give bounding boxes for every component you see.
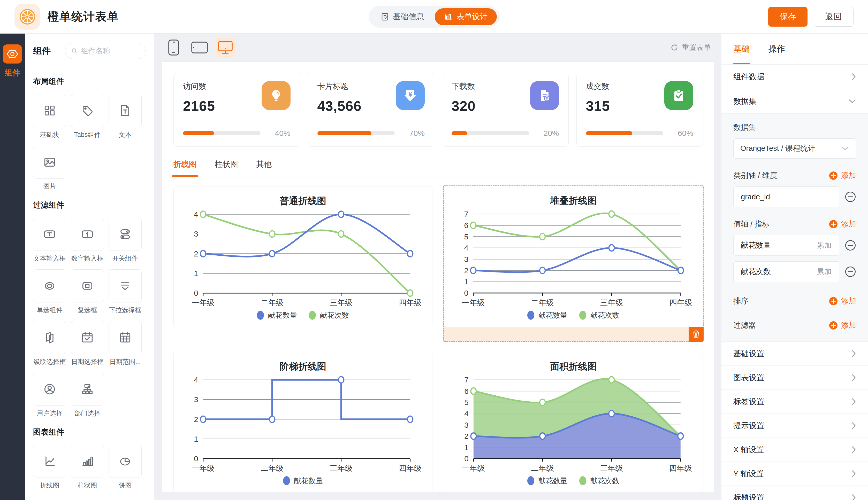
legend-item[interactable]: 献花次数 bbox=[309, 310, 349, 320]
aggregation-tag[interactable]: 累加 bbox=[817, 240, 832, 250]
stat-card-value: 320 bbox=[452, 98, 476, 114]
component-item-doc-text[interactable]: 文本 bbox=[109, 94, 142, 139]
component-search[interactable] bbox=[65, 43, 146, 59]
component-item-label: 用户选择 bbox=[33, 409, 66, 418]
component-item-tag[interactable]: Tabs组件 bbox=[71, 94, 104, 139]
device-tablet-button[interactable] bbox=[190, 38, 209, 57]
line-chart-icon bbox=[43, 455, 56, 468]
component-item-date[interactable]: 日期选择框 bbox=[71, 321, 104, 366]
remove-field-button[interactable] bbox=[845, 191, 856, 203]
settings-row-dataset[interactable]: 数据集 bbox=[721, 89, 868, 114]
chevron-right-icon bbox=[852, 73, 856, 81]
settings-row-collapsed-0[interactable]: 基础设置 bbox=[721, 342, 868, 366]
legend-item[interactable]: 献花数量 bbox=[283, 476, 323, 486]
svg-text:二年级: 二年级 bbox=[531, 464, 554, 473]
svg-text:三年级: 三年级 bbox=[600, 298, 623, 307]
delete-widget-button[interactable] bbox=[689, 327, 704, 342]
settings-row-collapsed-3[interactable]: 提示设置 bbox=[721, 414, 868, 438]
component-item-label: 级联选择框 bbox=[33, 357, 66, 366]
component-search-input[interactable] bbox=[81, 47, 139, 55]
component-item-select[interactable]: 下拉选择框 bbox=[109, 269, 142, 314]
component-item-pie-chart[interactable]: 饼图 bbox=[109, 445, 142, 490]
stat-card[interactable]: 访问数 2165 40% bbox=[174, 73, 300, 147]
legend-item[interactable]: 献花数量 bbox=[527, 476, 567, 486]
stat-card-icon-tile bbox=[664, 81, 693, 110]
component-item-line-chart[interactable]: 折线图 bbox=[33, 445, 66, 490]
settings-tab-basic[interactable]: 基础 bbox=[733, 34, 750, 64]
app-header: 橙单统计表单 基础信息 表单设计 保存 返回 bbox=[0, 0, 868, 34]
svg-text:0: 0 bbox=[464, 289, 468, 297]
component-item-date-range[interactable]: 日期范围... bbox=[109, 321, 142, 366]
settings-tab-actions[interactable]: 操作 bbox=[768, 34, 785, 64]
stat-card[interactable]: 下载数 320 20% bbox=[442, 73, 569, 147]
component-item-blocks[interactable]: 基础块 bbox=[33, 94, 66, 139]
legend-item[interactable]: 献花次数 bbox=[579, 310, 619, 320]
save-button[interactable]: 保存 bbox=[768, 7, 808, 26]
chart-widget-2[interactable]: 堆叠折线图 01234567一年级二年级三年级四年级 献花数量献花次数 bbox=[443, 185, 704, 342]
svg-text:四年级: 四年级 bbox=[669, 298, 692, 307]
field-chip[interactable]: 献花次数 累加 bbox=[733, 261, 839, 282]
chart-tab-1[interactable]: 折线图 bbox=[174, 159, 197, 176]
tab-basic-info[interactable]: 基础信息 bbox=[371, 8, 433, 25]
user-icon bbox=[43, 383, 56, 396]
component-item-label: 基础块 bbox=[33, 130, 66, 139]
legend-item[interactable]: 献花数量 bbox=[257, 310, 297, 320]
tab-form-design[interactable]: 表单设计 bbox=[435, 8, 497, 25]
svg-text:三年级: 三年级 bbox=[330, 298, 353, 307]
desktop-icon bbox=[218, 40, 233, 55]
field-chip[interactable]: 献花数量 累加 bbox=[733, 235, 839, 256]
device-desktop-button[interactable] bbox=[215, 38, 235, 57]
component-item-label: 日期范围... bbox=[109, 357, 142, 366]
component-item-radio[interactable]: 单选组件 bbox=[33, 269, 66, 314]
stat-progress-track bbox=[183, 131, 260, 135]
component-item-label: 文本输入框 bbox=[33, 254, 66, 263]
legend-item[interactable]: 献花数量 bbox=[527, 310, 567, 320]
stat-card[interactable]: 卡片标题 43,566 ¥ 70% bbox=[308, 73, 435, 147]
add-button[interactable]: 添加 bbox=[829, 320, 856, 331]
chart-tab-3[interactable]: 其他 bbox=[256, 159, 272, 176]
chart-widget-4[interactable]: 面积折线图 01234567一年级二年级三年级四年级 献花数量献花次数 bbox=[444, 352, 703, 492]
component-item-input-text[interactable]: 文本输入框 bbox=[33, 218, 66, 263]
settings-row-collapsed-5[interactable]: Y 轴设置 bbox=[721, 462, 868, 486]
component-item-bar-chart[interactable]: 柱状图 bbox=[71, 445, 104, 490]
aggregation-tag[interactable]: 累加 bbox=[817, 267, 832, 276]
remove-field-button[interactable] bbox=[845, 240, 856, 251]
svg-text:2: 2 bbox=[464, 432, 468, 440]
chart-tab-2[interactable]: 柱状图 bbox=[215, 159, 238, 176]
component-item-input-number[interactable]: 数字输入框 bbox=[71, 218, 104, 263]
svg-text:1: 1 bbox=[194, 435, 198, 443]
settings-row-collapsed-4[interactable]: X 轴设置 bbox=[721, 438, 868, 462]
add-button[interactable]: 添加 bbox=[829, 219, 856, 229]
remove-field-button[interactable] bbox=[845, 266, 856, 277]
component-item-switch[interactable]: 开关组件 bbox=[109, 218, 142, 263]
svg-text:一年级: 一年级 bbox=[192, 298, 215, 307]
svg-text:三年级: 三年级 bbox=[330, 464, 353, 473]
component-item-image[interactable]: 图片 bbox=[33, 146, 66, 191]
dataset-select[interactable]: OrangeTest / 课程统计 bbox=[733, 138, 856, 159]
legend-item[interactable]: 献花次数 bbox=[579, 476, 619, 486]
component-item-checkbox[interactable]: 复选框 bbox=[71, 269, 104, 314]
back-button[interactable]: 返回 bbox=[814, 7, 854, 26]
device-toggle bbox=[164, 38, 235, 57]
chart-widget-1[interactable]: 普通折线图 01234一年级二年级三年级四年级 献花数量献花次数 bbox=[174, 186, 432, 341]
settings-row-component-data[interactable]: 组件数据 bbox=[721, 65, 868, 89]
add-button[interactable]: 添加 bbox=[829, 170, 856, 181]
settings-row-collapsed-1[interactable]: 图表设置 bbox=[721, 366, 868, 390]
component-item-user[interactable]: 用户选择 bbox=[33, 373, 66, 418]
svg-text:3: 3 bbox=[464, 255, 468, 263]
field-chip[interactable]: grade_id bbox=[733, 186, 839, 207]
rail-item-components[interactable] bbox=[3, 44, 22, 64]
device-phone-button[interactable] bbox=[164, 38, 183, 57]
chart-widget-3[interactable]: 阶梯折线图 01234一年级二年级三年级四年级 献花数量 bbox=[174, 352, 432, 492]
component-item-label: 下拉选择框 bbox=[109, 306, 142, 314]
component-item-label: 复选框 bbox=[71, 306, 104, 314]
component-item-cascader[interactable]: 级联选择框 bbox=[33, 321, 66, 366]
svg-text:6: 6 bbox=[464, 221, 468, 230]
trash-icon bbox=[692, 330, 700, 338]
stat-card[interactable]: 成交数 315 60% bbox=[576, 73, 703, 147]
component-item-dept[interactable]: 部门选择 bbox=[71, 373, 104, 418]
add-button[interactable]: 添加 bbox=[829, 296, 856, 306]
reset-form-button[interactable]: 重置表单 bbox=[670, 43, 711, 53]
settings-row-collapsed-6[interactable]: 标题设置 bbox=[721, 486, 868, 500]
settings-row-collapsed-2[interactable]: 标签设置 bbox=[721, 390, 868, 414]
